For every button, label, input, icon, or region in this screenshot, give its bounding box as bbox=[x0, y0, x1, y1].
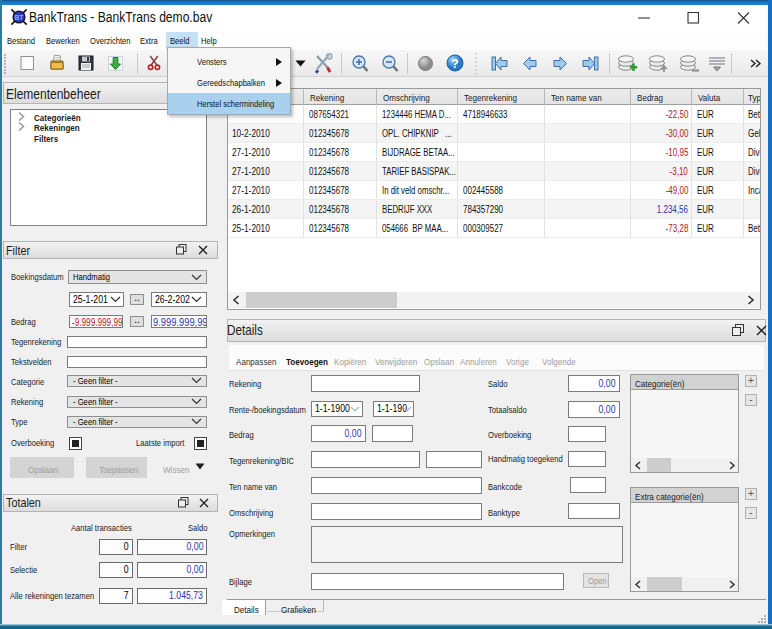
svg-text:?: ? bbox=[451, 57, 458, 71]
svg-text:BT: BT bbox=[15, 14, 25, 21]
